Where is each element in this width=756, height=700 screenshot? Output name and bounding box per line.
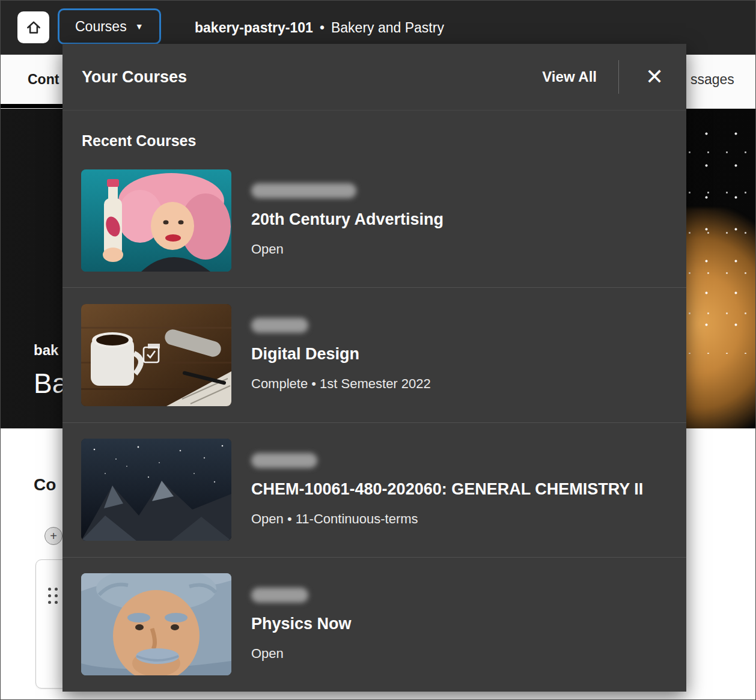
view-all-link[interactable]: View All (542, 68, 597, 85)
blurred-course-id-badge (251, 588, 308, 603)
course-info: Digital Design Complete • 1st Semester 2… (251, 318, 431, 392)
course-title: Digital Design (251, 344, 431, 364)
plus-icon: + (50, 530, 57, 542)
add-content-button[interactable]: + (44, 527, 62, 545)
blurred-course-id-badge (251, 183, 356, 198)
breadcrumb-separator: • (320, 20, 325, 36)
course-status: Open (251, 242, 444, 257)
course-thumbnail (81, 439, 231, 541)
tab-messages-partial[interactable]: ssages (690, 72, 734, 88)
home-button[interactable] (17, 11, 49, 43)
course-status: Complete • 1st Semester 2022 (251, 376, 431, 392)
courses-button-label: Courses (75, 19, 127, 35)
chevron-down-icon: ▼ (135, 22, 144, 31)
recent-courses-list: 20th Century Advertising Open (62, 153, 686, 692)
course-thumbnail (81, 169, 231, 272)
screen: Courses ▼ bakery-pastry-101 • Bakery and… (0, 0, 756, 700)
banner-sugar-dots (685, 114, 755, 354)
course-list-item[interactable]: CHEM-10061-480-202060: GENERAL CHEMISTRY… (62, 422, 686, 557)
course-status: Open (251, 646, 352, 662)
tab-content-partial[interactable]: Cont (28, 72, 59, 88)
physics-thumbnail-image (81, 573, 231, 675)
blurred-course-id-badge (251, 453, 317, 468)
advertising-thumbnail-image (81, 169, 231, 272)
panel-title: Your Courses (82, 68, 542, 87)
course-status: Open • 11-Continuous-terms (251, 511, 643, 527)
course-list-item[interactable]: 20th Century Advertising Open (62, 153, 686, 287)
course-info: CHEM-10061-480-202060: GENERAL CHEMISTRY… (251, 453, 643, 527)
courses-dropdown-panel: Your Courses View All ✕ Recent Courses (62, 44, 686, 692)
courses-menu-button[interactable]: Courses ▼ (58, 8, 161, 44)
breadcrumb-course-id: bakery-pastry-101 (195, 20, 313, 36)
digital-design-thumbnail-image (81, 304, 231, 406)
course-title: CHEM-10061-480-202060: GENERAL CHEMISTRY… (251, 479, 643, 499)
header-divider (618, 60, 619, 94)
blurred-course-id-badge (251, 318, 308, 333)
home-icon (25, 19, 43, 37)
course-title: Physics Now (251, 613, 352, 634)
course-info: Physics Now Open (251, 588, 352, 662)
breadcrumb-course-name: Bakery and Pastry (331, 20, 444, 36)
course-info: 20th Century Advertising Open (251, 183, 444, 257)
panel-header: Your Courses View All ✕ (62, 44, 686, 111)
close-icon: ✕ (645, 66, 663, 88)
course-list-item[interactable]: Digital Design Complete • 1st Semester 2… (62, 287, 686, 422)
course-list-item[interactable]: Physics Now Open (62, 557, 686, 692)
content-heading-partial: Co (34, 475, 56, 495)
chemistry-thumbnail-image (81, 439, 231, 541)
recent-courses-heading: Recent Courses (82, 132, 667, 150)
close-button[interactable]: ✕ (641, 63, 668, 91)
banner-course-id-partial: bak (34, 342, 58, 359)
course-title: 20th Century Advertising (251, 209, 444, 230)
course-thumbnail (81, 573, 231, 675)
course-thumbnail (81, 304, 231, 406)
drag-handle-icon[interactable] (48, 588, 58, 604)
